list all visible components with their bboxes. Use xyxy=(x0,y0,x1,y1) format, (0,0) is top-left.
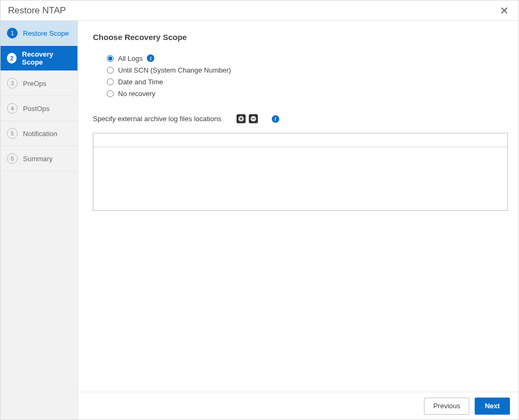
radio-no-recovery[interactable] xyxy=(107,90,114,97)
step-label: Summary xyxy=(23,155,53,163)
step-number: 1 xyxy=(7,28,18,38)
step-number: 6 xyxy=(7,153,18,164)
radio-until-scn[interactable] xyxy=(107,67,114,74)
plus-icon[interactable] xyxy=(237,114,246,123)
step-number: 3 xyxy=(7,78,18,89)
archive-header: Specify external archive log files locat… xyxy=(93,114,508,123)
previous-button[interactable]: Previous xyxy=(424,398,469,415)
archive-location-row[interactable] xyxy=(93,133,507,147)
page-heading: Choose Recovery Scope xyxy=(93,33,508,42)
step-restore-scope[interactable]: 1 Restore Scope xyxy=(1,21,77,46)
option-label: Date and Time xyxy=(118,78,163,86)
step-summary[interactable]: 6 Summary xyxy=(1,146,77,171)
step-number: 5 xyxy=(7,128,18,139)
step-number: 2 xyxy=(7,53,17,64)
next-button[interactable]: Next xyxy=(475,398,510,415)
content-area: Choose Recovery Scope All Logs i Until S… xyxy=(78,21,518,392)
archive-locations-list[interactable] xyxy=(93,133,508,211)
option-until-scn-row: Until SCN (System Change Number) xyxy=(107,64,508,76)
step-recovery-scope[interactable]: 2 Recovery Scope xyxy=(1,46,77,71)
option-label: Until SCN (System Change Number) xyxy=(118,66,231,74)
step-label: Notification xyxy=(23,130,57,138)
archive-label: Specify external archive log files locat… xyxy=(93,115,222,123)
option-label: All Logs xyxy=(118,54,143,62)
dialog-title: Restore NTAP xyxy=(8,5,66,16)
option-label: No recovery xyxy=(118,90,155,98)
info-icon[interactable]: i xyxy=(147,54,154,62)
option-no-recovery-row: No recovery xyxy=(107,88,508,99)
step-label: PreOps xyxy=(23,80,46,88)
step-notification[interactable]: 5 Notification xyxy=(1,121,77,146)
recovery-scope-options: All Logs i Until SCN (System Change Numb… xyxy=(107,52,508,99)
archive-locations-section: Specify external archive log files locat… xyxy=(93,114,508,211)
footer: Previous Next xyxy=(78,392,518,419)
step-label: Recovery Scope xyxy=(22,50,71,66)
minus-icon[interactable] xyxy=(249,114,258,123)
info-icon[interactable]: i xyxy=(272,115,279,123)
step-number: 4 xyxy=(7,103,18,114)
radio-all-logs[interactable] xyxy=(107,55,114,62)
titlebar: Restore NTAP ✕ xyxy=(1,1,518,21)
step-postops[interactable]: 4 PostOps xyxy=(1,96,77,121)
archive-buttons: i xyxy=(237,114,279,123)
option-date-time-row: Date and Time xyxy=(107,76,508,88)
step-label: PostOps xyxy=(23,105,50,113)
main-panel: Choose Recovery Scope All Logs i Until S… xyxy=(78,21,518,419)
wizard-sidebar: 1 Restore Scope 2 Recovery Scope 3 PreOp… xyxy=(1,21,78,419)
step-label: Restore Scope xyxy=(23,29,69,37)
close-icon[interactable]: ✕ xyxy=(498,4,511,17)
dialog-body: 1 Restore Scope 2 Recovery Scope 3 PreOp… xyxy=(1,21,518,419)
radio-date-time[interactable] xyxy=(107,78,114,85)
step-preops[interactable]: 3 PreOps xyxy=(1,71,77,96)
option-all-logs-row: All Logs i xyxy=(107,52,508,64)
restore-dialog: Restore NTAP ✕ 1 Restore Scope 2 Recover… xyxy=(0,0,519,420)
